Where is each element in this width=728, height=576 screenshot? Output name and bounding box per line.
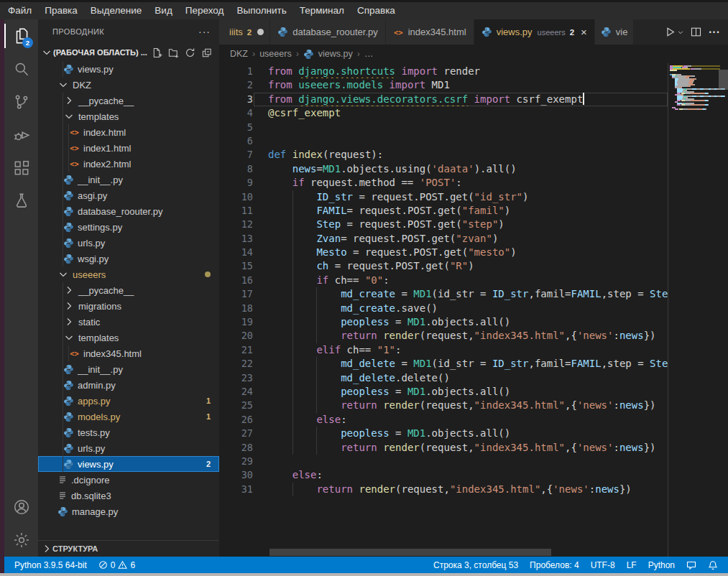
tab-database_roouter.py[interactable]: database_roouter.py: [270, 19, 386, 45]
tree-file-db.sqlite3[interactable]: db.sqlite3: [38, 488, 219, 503]
code-line-2[interactable]: 2from useeers.models import MD1: [219, 78, 668, 92]
breadcrumb-item[interactable]: views.py: [318, 49, 353, 59]
code-line-20[interactable]: 20 return render(request,"index345.html"…: [219, 329, 668, 343]
tree-file-manage.py[interactable]: manage.py: [38, 503, 219, 519]
tree-folder-__pycache__[interactable]: __pycache__: [38, 93, 219, 108]
tab-iiits[interactable]: iiits2: [219, 19, 270, 45]
tree-file-index2.html[interactable]: <>index2.html: [38, 156, 219, 172]
code-line-14[interactable]: 14 Mesto = request.POST.get("mesto"): [219, 246, 668, 259]
tree-file-wsgi.py[interactable]: wsgi.py: [38, 251, 219, 266]
bell-icon[interactable]: [702, 560, 724, 570]
code-line-17[interactable]: 17 md_create = MD1(id_str = ID_str,famil…: [219, 287, 668, 301]
tree-folder-useeers[interactable]: useeers: [38, 266, 219, 282]
menu-item-выполнить[interactable]: Выполнить: [230, 2, 292, 19]
tab-vie[interactable]: vie: [595, 19, 635, 45]
code-line-21[interactable]: 21 elif ch== "1":: [219, 343, 668, 357]
new-folder-icon[interactable]: [168, 47, 179, 58]
code-line-19[interactable]: 19 peopless = MD1.objects.all(): [219, 315, 668, 329]
feedback-icon[interactable]: [681, 560, 702, 570]
menu-item-терминал[interactable]: Терминал: [293, 2, 351, 19]
status-python-interpreter[interactable]: Python 3.9.5 64-bit: [9, 560, 93, 570]
status-indentation[interactable]: Пробелов: 4: [524, 560, 585, 570]
breadcrumb-item[interactable]: …: [364, 49, 374, 59]
code-line-29[interactable]: 29: [219, 455, 668, 468]
collapse-all-icon[interactable]: [201, 47, 212, 58]
code-pane[interactable]: 1from django.shortcuts import render2fro…: [219, 63, 668, 557]
tree-folder-DKZ[interactable]: DKZ: [38, 77, 219, 93]
tree-file-tests.py[interactable]: tests.py: [38, 424, 219, 440]
tree-file-index345.html[interactable]: <>index345.html: [38, 345, 219, 361]
tree-folder-migrations[interactable]: migrations: [38, 298, 219, 314]
more-actions-icon[interactable]: ···: [706, 24, 722, 41]
menu-item-вид[interactable]: Вид: [148, 2, 178, 19]
tree-file-asgi.py[interactable]: asgi.py: [38, 187, 219, 203]
code-line-31[interactable]: 31 return render(request,"index345.html"…: [219, 483, 668, 496]
menu-item-справка[interactable]: Справка: [351, 2, 402, 19]
activity-settings-gear-icon[interactable]: [4, 524, 38, 557]
tab-index345.html[interactable]: <>index345.html: [386, 19, 474, 45]
code-line-6[interactable]: 6: [219, 134, 668, 148]
code-line-15[interactable]: 15 ch = request.POST.get("R"): [219, 259, 668, 273]
tab-views.py[interactable]: views.pyuseeers2×: [474, 19, 595, 45]
menu-item-файл[interactable]: Файл: [1, 2, 38, 19]
status-language[interactable]: Python: [642, 560, 681, 570]
breadcrumb-item[interactable]: DKZ: [230, 49, 248, 59]
activity-run-debug-icon[interactable]: [4, 119, 38, 152]
tree-folder-templates[interactable]: templates: [38, 330, 219, 345]
tree-file-urls.py[interactable]: urls.py: [38, 440, 219, 456]
tree-file-views.py[interactable]: views.py: [38, 61, 219, 77]
scrollbar-horizontal-thumb[interactable]: [269, 549, 551, 556]
activity-extensions-icon[interactable]: [4, 152, 38, 185]
code-line-12[interactable]: 12 Step = request.POST.get("step"): [219, 218, 668, 231]
tree-file-models.py[interactable]: models.py1: [38, 409, 219, 424]
minimap[interactable]: [668, 63, 728, 557]
activity-search-icon[interactable]: [4, 52, 38, 85]
new-file-icon[interactable]: [152, 47, 162, 58]
code-line-1[interactable]: 1from django.shortcuts import render: [219, 65, 668, 78]
workspace-section-header[interactable]: (РАБОЧАЯ ОБЛАСТЬ) ...: [38, 44, 219, 61]
code-line-8[interactable]: 8 news=MD1.objects.using('daata').all(): [219, 162, 668, 176]
refresh-icon[interactable]: [185, 47, 195, 58]
code-editor[interactable]: 1from django.shortcuts import render2fro…: [219, 63, 728, 557]
tree-folder-__pycache__[interactable]: __pycache__: [38, 282, 219, 298]
tree-file-index.html[interactable]: <>index.html: [38, 124, 219, 140]
code-line-13[interactable]: 13 Zvan= request.POST.get("zvan"): [219, 232, 668, 246]
code-line-26[interactable]: 26 else:: [219, 413, 668, 427]
menu-item-переход[interactable]: Переход: [179, 2, 231, 19]
menu-item-правка[interactable]: Правка: [38, 2, 84, 19]
tree-file-__init__.py[interactable]: __init__.py: [38, 172, 219, 187]
activity-source-control-icon[interactable]: [4, 85, 38, 119]
status-problems[interactable]: 06: [93, 560, 141, 570]
code-line-9[interactable]: 9 if request.method == 'POST':: [219, 176, 668, 190]
activity-explorer-icon[interactable]: 2: [4, 19, 38, 52]
run-dropdown-icon[interactable]: [676, 24, 685, 41]
scrollbar-vertical[interactable]: [720, 63, 728, 557]
code-line-30[interactable]: 30 else:: [219, 468, 668, 482]
tree-file-views.py[interactable]: views.py2: [38, 456, 219, 472]
tree-file-apps.py[interactable]: apps.py1: [38, 393, 219, 409]
code-line-23[interactable]: 23 md_delete.delete(): [219, 371, 668, 385]
code-line-4[interactable]: 4@csrf_exempt: [219, 106, 668, 120]
breadcrumb-item[interactable]: useeers: [259, 49, 291, 59]
tree-folder-templates[interactable]: templates: [38, 108, 219, 124]
code-line-16[interactable]: 16 if ch== "0":: [219, 274, 668, 287]
code-line-11[interactable]: 11 FAMIL= request.POST.get("famil"): [219, 204, 668, 218]
code-line-3[interactable]: 3from django.views.decorators.csrf impor…: [219, 93, 668, 106]
code-line-18[interactable]: 18 md_create.save(): [219, 302, 668, 315]
status-encoding[interactable]: UTF-8: [585, 560, 621, 570]
tree-file-urls.py[interactable]: urls.py: [38, 235, 219, 251]
code-line-22[interactable]: 22 md_delete = MD1(id_str = ID_str,famil…: [219, 357, 668, 371]
code-line-28[interactable]: 28 return render(request,"index345.html"…: [219, 441, 668, 455]
tree-file-database_roouter.py[interactable]: database_roouter.py: [38, 203, 219, 219]
status-cursor-position[interactable]: Строка 3, столбец 53: [428, 560, 524, 570]
code-line-24[interactable]: 24 peopless = MD1.objects.all(): [219, 385, 668, 399]
activity-account-icon[interactable]: [4, 491, 38, 524]
menu-item-выделение[interactable]: Выделение: [84, 2, 149, 19]
tree-file-admin.py[interactable]: admin.py: [38, 377, 219, 393]
scrollbar-vertical-thumb[interactable]: [719, 70, 728, 90]
status-eol[interactable]: LF: [621, 560, 642, 570]
split-editor-icon[interactable]: [688, 24, 704, 41]
tree-file-settings.py[interactable]: settings.py: [38, 219, 219, 235]
code-line-5[interactable]: 5: [219, 121, 668, 134]
outline-section-header[interactable]: СТРУКТУРА: [38, 540, 219, 557]
